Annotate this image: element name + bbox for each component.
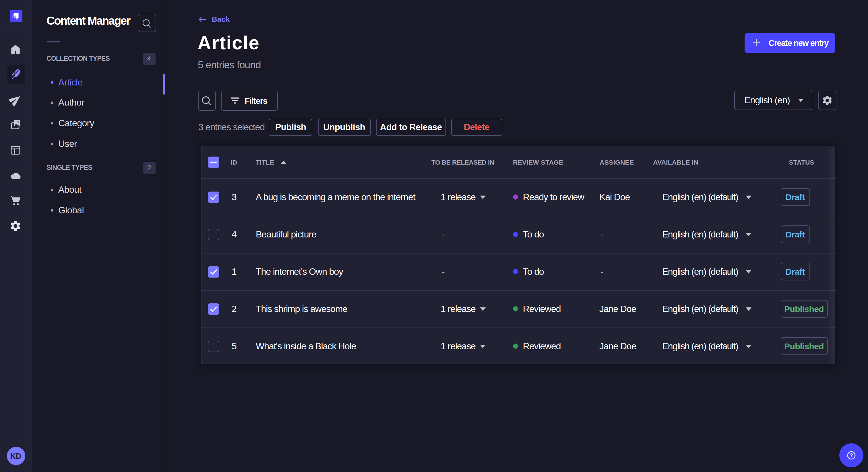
svg-text:?: ? (849, 452, 853, 458)
